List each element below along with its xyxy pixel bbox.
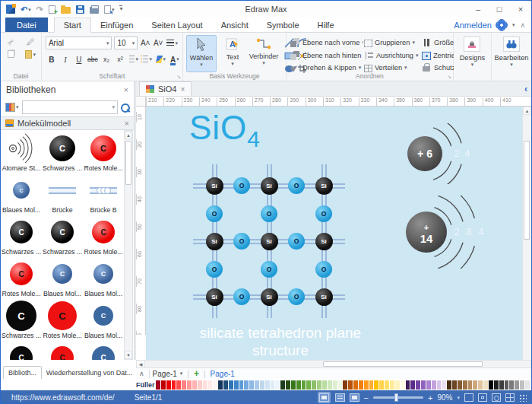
zoom-in-button[interactable]: + xyxy=(428,393,432,402)
strikethrough-button[interactable]: abc xyxy=(87,53,98,65)
fit-window-icon[interactable] xyxy=(464,393,473,402)
font-size-combo[interactable]: 10▾ xyxy=(114,37,138,49)
color-swatch[interactable] xyxy=(249,380,254,390)
gear-dropdown-icon[interactable]: ▾ xyxy=(512,22,515,28)
color-swatch[interactable] xyxy=(302,380,306,390)
tab-seiten-layout[interactable]: Seiten Layout xyxy=(142,17,211,32)
atom-o[interactable]: O xyxy=(206,261,223,278)
zoom-out-button[interactable]: − xyxy=(364,393,369,402)
close-panel-icon[interactable]: × xyxy=(124,85,128,94)
tab-start[interactable]: Start xyxy=(54,17,91,33)
atom-si[interactable]: Si xyxy=(206,288,223,306)
scroll-left-icon[interactable]: ◀ xyxy=(137,361,145,367)
library-menu-button[interactable]: ▾ xyxy=(5,103,19,112)
format-painter-icon[interactable]: 🖉 xyxy=(27,37,35,47)
color-swatch[interactable] xyxy=(306,380,311,390)
color-swatch[interactable] xyxy=(473,380,477,390)
anordnen-center-button[interactable]: Zentriert xyxy=(421,49,454,62)
atom-o[interactable]: O xyxy=(206,205,223,222)
line-spacing-button[interactable]: ▾ xyxy=(128,53,139,65)
anordnen-layer-front-button[interactable]: Ebene nach vorne▾ xyxy=(290,37,363,49)
color-swatch[interactable] xyxy=(312,380,316,390)
color-swatch[interactable] xyxy=(161,380,166,390)
canvas-vertical-scrollbar[interactable]: ▲ xyxy=(522,107,531,360)
add-page-button[interactable]: + xyxy=(194,368,199,379)
color-swatch[interactable] xyxy=(359,380,363,390)
color-swatch[interactable] xyxy=(468,380,473,390)
color-swatch[interactable] xyxy=(280,380,285,390)
library-item[interactable]: Brücke B xyxy=(83,173,124,215)
zoom-slider[interactable] xyxy=(373,396,423,399)
color-swatch[interactable] xyxy=(322,380,327,390)
color-swatch[interactable] xyxy=(265,380,270,390)
dialog-launcher-icon[interactable]: ↘ xyxy=(447,74,451,80)
tool-text[interactable]: AText▾ xyxy=(217,35,248,72)
color-swatch[interactable] xyxy=(203,380,207,390)
color-swatch[interactable] xyxy=(406,380,410,390)
anordnen-align-button[interactable]: Ausrichtung▾ xyxy=(363,49,421,62)
color-swatch[interactable] xyxy=(379,380,384,390)
color-swatch[interactable] xyxy=(207,380,212,390)
color-swatch[interactable] xyxy=(437,380,442,390)
open-folder-icon[interactable] xyxy=(61,5,71,14)
bearbeiten-button[interactable]: Bearbeiten ▾ xyxy=(495,35,529,68)
minimize-button[interactable]: – xyxy=(467,2,489,17)
sidebar-bottom-tab[interactable]: Biblioth... xyxy=(3,366,42,379)
color-swatch[interactable] xyxy=(182,380,186,390)
atom-si[interactable]: Si xyxy=(315,233,333,250)
atom-o[interactable]: O xyxy=(288,288,305,305)
zoom-dropdown-icon[interactable]: ▾ xyxy=(457,395,460,401)
canvas-horizontal-scrollbar[interactable]: ◀ xyxy=(136,360,531,368)
tool-wählen[interactable]: Wählen▾ xyxy=(186,35,217,72)
scroll-up-icon[interactable]: ▲ xyxy=(523,107,531,115)
print-icon[interactable] xyxy=(90,5,99,14)
atom-si[interactable]: Si xyxy=(261,288,278,306)
electron-diagram-silicon[interactable]: 284+14 xyxy=(405,196,490,270)
color-swatch[interactable] xyxy=(458,380,462,390)
color-swatch[interactable] xyxy=(172,380,176,390)
dialog-launcher-icon[interactable]: ↘ xyxy=(176,74,181,80)
library-item[interactable]: CRotes Mole... xyxy=(83,132,124,173)
designs-button[interactable]: Designs ▾ xyxy=(460,35,486,68)
atom-o[interactable]: O xyxy=(233,288,250,305)
subscript-button[interactable]: x₂ xyxy=(101,53,112,65)
outline-view-icon[interactable] xyxy=(335,393,345,402)
scroll-down-icon[interactable]: ▼ xyxy=(125,351,132,359)
save-icon[interactable] xyxy=(76,5,84,14)
color-swatch[interactable] xyxy=(275,380,280,390)
atom-si[interactable]: Si xyxy=(315,177,333,195)
scrollbar-thumb[interactable] xyxy=(125,141,131,185)
normal-view-button[interactable] xyxy=(318,392,331,403)
redo-icon[interactable]: ↷ xyxy=(36,5,43,14)
color-swatch[interactable] xyxy=(374,380,378,390)
export-icon[interactable]: ▾ xyxy=(104,5,115,14)
color-swatch[interactable] xyxy=(426,380,431,390)
color-swatch[interactable] xyxy=(390,380,394,390)
atom-o[interactable]: O xyxy=(261,261,277,278)
color-swatch[interactable] xyxy=(447,380,451,390)
paste-button[interactable]: ▾ xyxy=(25,50,36,59)
color-swatch[interactable] xyxy=(432,380,436,390)
tab-datei[interactable]: Datei xyxy=(5,17,48,32)
color-swatch[interactable] xyxy=(478,380,483,390)
canvas-caption-text[interactable]: silicate tetrahedron plane structure xyxy=(174,324,387,359)
color-swatch[interactable] xyxy=(494,380,499,390)
zoom-level[interactable]: 90% xyxy=(437,393,452,402)
color-swatch[interactable] xyxy=(244,380,249,390)
atom-si[interactable]: Si xyxy=(261,177,278,195)
color-swatch[interactable] xyxy=(421,380,426,390)
atom-o[interactable]: O xyxy=(288,233,305,250)
color-swatch[interactable] xyxy=(525,380,530,390)
color-swatch[interactable] xyxy=(395,380,400,390)
color-swatch[interactable] xyxy=(296,380,301,390)
color-swatch[interactable] xyxy=(333,380,337,390)
library-item[interactable]: CRotes Mole... xyxy=(83,215,124,257)
library-scrollbar[interactable]: ▲ ▼ xyxy=(124,130,133,360)
library-item[interactable]: CBlaues Mol... xyxy=(83,299,124,341)
signin-link[interactable]: Anmelden xyxy=(454,21,492,30)
collapse-ribbon-icon[interactable]: ∧ xyxy=(520,21,525,29)
library-item[interactable]: CRotes Mole... xyxy=(42,299,83,341)
atom-si[interactable]: Si xyxy=(206,177,223,195)
tab-symbole[interactable]: Symbole xyxy=(258,17,309,32)
page-tab[interactable]: Page-1 xyxy=(211,370,235,378)
